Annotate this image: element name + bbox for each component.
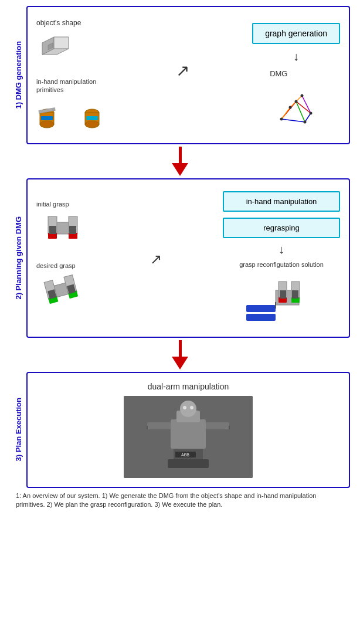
svg-point-56 [180,401,196,417]
panel2-label-col: 2) Planning given DMG [10,178,26,338]
desired-grasp-icon [36,272,89,318]
desired-grasp-label: desired grasp [36,262,89,269]
panel1-inner: object's shape in-hand manipulation prim… [36,19,340,134]
svg-rect-55 [206,422,229,429]
svg-rect-12 [86,116,98,120]
initial-grasp-label: initial grasp [36,201,89,208]
solution-label: grasp reconfigutation solution [239,261,324,268]
svg-rect-52 [171,419,206,449]
regrasping-box: regrasping [223,218,340,238]
svg-point-62 [190,406,193,409]
svg-rect-54 [147,422,171,429]
svg-point-11 [85,121,99,128]
robot-image: ABB [124,396,253,478]
object-shape-icon [36,31,74,66]
svg-rect-48 [280,290,286,299]
svg-rect-33 [69,226,76,234]
grasp-solution-icon [243,273,320,328]
svg-point-6 [40,121,54,128]
caption: 1: An overview of our system. 1) We gene… [16,492,344,510]
down-arrow-2: ↓ [279,243,284,256]
panel3-label: 3) Plan Execution [14,398,23,461]
in-hand-manip-box: in-hand manipulation [223,191,340,212]
panel1-label-col: 1) DMG generation [10,6,26,144]
dual-arm-label: dual-arm manipulation [148,382,229,391]
svg-point-24 [304,120,307,123]
svg-rect-32 [49,226,56,234]
arrow-2-3 [172,340,188,370]
svg-point-21 [280,117,283,120]
grasp-left: initial grasp [36,201,89,318]
panel1: object's shape in-hand manipulation prim… [26,6,350,144]
panel1-label: 1) DMG generation [14,41,23,109]
panel1-right: graph generation ↓ DMG [252,23,340,130]
arrow-1-2 [172,147,188,176]
svg-rect-49 [292,290,298,299]
panel2-inner: initial grasp [36,191,340,328]
svg-text:ABB: ABB [181,453,189,457]
grasp-right: in-hand manipulation regrasping ↓ grasp … [223,191,340,328]
arrow1: ↗ [176,61,189,80]
svg-rect-41 [246,305,276,312]
svg-rect-58 [168,459,209,468]
in-hand-label: in-hand manipulation [246,197,317,206]
graph-gen-box: graph generation [252,23,340,44]
svg-marker-2 [54,37,69,49]
svg-line-16 [305,113,311,122]
svg-rect-42 [246,314,276,321]
initial-grasp-icon [36,211,89,257]
arrow-head-1 [172,163,188,176]
manip-label: in-hand manipulation primitives [36,77,96,94]
panel2-row: 2) Planning given DMG initial grasp [10,178,350,338]
arrow-shaft-1 [179,147,182,163]
dmg-label: DMG [270,69,287,78]
panel2-label: 2) Planning given DMG [14,216,23,300]
arrow2: ↗ [150,251,162,267]
svg-point-61 [183,406,186,409]
svg-point-25 [289,106,292,109]
main-container: 1) DMG generation object's shape [10,6,350,509]
svg-line-20 [302,96,311,113]
panel3: dual-arm manipulation [26,372,350,488]
svg-point-23 [310,111,313,114]
svg-rect-7 [41,116,53,120]
regrasping-label: regrasping [263,223,299,232]
panel1-left: object's shape in-hand manipulation prim… [36,19,113,134]
graph-gen-label: graph generation [265,29,327,38]
svg-line-18 [281,107,290,119]
arrow-head-2 [172,357,188,370]
cylinder-icons [36,100,113,134]
svg-line-15 [281,119,305,122]
panel1-row: 1) DMG generation object's shape [10,6,350,144]
panel3-label-col: 3) Plan Execution [10,372,26,488]
dmg-graph [270,84,322,130]
svg-point-26 [301,94,304,97]
svg-point-22 [295,100,298,103]
obj-shape-label: object's shape [36,19,81,27]
arrow-shaft-2 [179,340,182,357]
panel2: initial grasp [26,178,350,338]
down-arrow-1: ↓ [293,50,299,63]
panel3-row: 3) Plan Execution dual-arm manipulation [10,372,350,488]
